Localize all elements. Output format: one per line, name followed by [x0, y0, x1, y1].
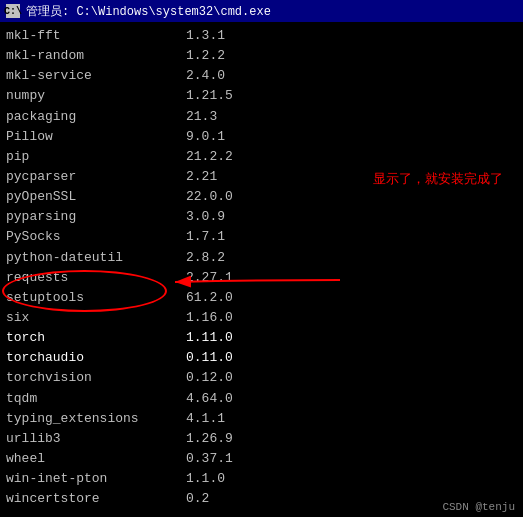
- package-version: 1.1.0: [186, 469, 517, 489]
- package-name: mkl-service: [6, 66, 186, 86]
- package-version: 21.3: [186, 107, 517, 127]
- package-name: six: [6, 308, 186, 328]
- package-version: 1.7.1: [186, 227, 517, 247]
- package-version: 0.12.0: [186, 368, 517, 388]
- package-name: pip: [6, 147, 186, 167]
- package-name: urllib3: [6, 429, 186, 449]
- package-name: mkl-fft: [6, 26, 186, 46]
- title-icon: C:\: [6, 4, 20, 18]
- package-name: torchvision: [6, 368, 186, 388]
- annotation-text: 显示了，就安装完成了: [373, 170, 503, 188]
- package-version: 4.64.0: [186, 389, 517, 409]
- package-name: pyOpenSSL: [6, 187, 186, 207]
- package-version: 2.8.2: [186, 248, 517, 268]
- package-version: 3.0.9: [186, 207, 517, 227]
- title-bar: C:\ 管理员: C:\Windows\system32\cmd.exe: [0, 0, 523, 22]
- package-version: 2.27.1: [186, 268, 517, 288]
- package-name: torchaudio: [6, 348, 186, 368]
- package-name: win-inet-pton: [6, 469, 186, 489]
- package-name: PySocks: [6, 227, 186, 247]
- package-version: 21.2.2: [186, 147, 517, 167]
- package-version: 1.21.5: [186, 86, 517, 106]
- terminal-body: mkl-fft1.3.1mkl-random1.2.2mkl-service2.…: [0, 22, 523, 517]
- package-version: 1.16.0: [186, 308, 517, 328]
- package-version: 0.37.1: [186, 449, 517, 469]
- package-list: mkl-fft1.3.1mkl-random1.2.2mkl-service2.…: [6, 26, 517, 509]
- package-name: tqdm: [6, 389, 186, 409]
- package-version: 61.2.0: [186, 288, 517, 308]
- package-version: 1.26.9: [186, 429, 517, 449]
- package-name: mkl-random: [6, 46, 186, 66]
- package-version: 2.4.0: [186, 66, 517, 86]
- package-name: wincertstore: [6, 489, 186, 509]
- package-version: 9.0.1: [186, 127, 517, 147]
- package-name: torch: [6, 328, 186, 348]
- package-name: packaging: [6, 107, 186, 127]
- package-name: typing_extensions: [6, 409, 186, 429]
- package-version: 0.11.0: [186, 348, 517, 368]
- package-name: setuptools: [6, 288, 186, 308]
- title-text: 管理员: C:\Windows\system32\cmd.exe: [26, 3, 517, 20]
- package-name: Pillow: [6, 127, 186, 147]
- package-version: 22.0.0: [186, 187, 517, 207]
- watermark: CSDN @tenju: [442, 501, 515, 513]
- package-version: 1.11.0: [186, 328, 517, 348]
- package-version: 4.1.1: [186, 409, 517, 429]
- package-name: python-dateutil: [6, 248, 186, 268]
- package-version: 1.3.1: [186, 26, 517, 46]
- package-name: requests: [6, 268, 186, 288]
- package-name: wheel: [6, 449, 186, 469]
- package-name: pycparser: [6, 167, 186, 187]
- package-name: numpy: [6, 86, 186, 106]
- package-name: pyparsing: [6, 207, 186, 227]
- package-version: 1.2.2: [186, 46, 517, 66]
